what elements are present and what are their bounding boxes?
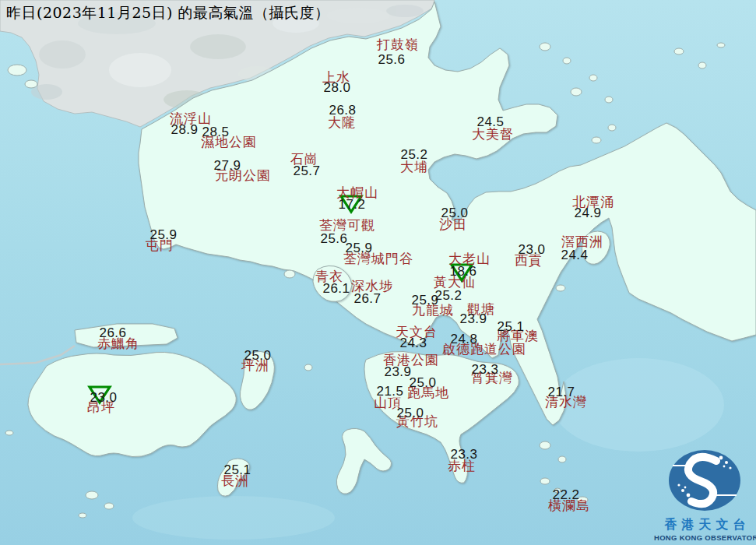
station-value: 22.2 [552, 487, 579, 503]
station-value: 25.6 [320, 231, 347, 247]
station-value: 27.9 [213, 158, 241, 174]
station-value: 25.0 [441, 206, 468, 221]
station-value: 24.3 [399, 336, 427, 351]
map-title: 昨日(2023年11月25日) 的最高氣溫（攝氏度） [6, 3, 330, 23]
station-value: 23.0 [90, 390, 117, 406]
station-value: 25.2 [400, 147, 427, 163]
station-value: 18.6 [449, 264, 476, 280]
sea-highlight [132, 496, 335, 540]
station-value: 24.8 [450, 332, 477, 347]
station-label: 打鼓嶺 [377, 36, 419, 54]
hong-kong-map [0, 0, 756, 545]
station-value: 25.6 [378, 52, 405, 68]
station-value: 25.0 [396, 406, 424, 421]
station-value: 24.4 [561, 248, 588, 263]
station-value: 28.5 [202, 125, 229, 140]
station-value: 25.1 [223, 462, 251, 478]
station-value: 26.8 [329, 103, 356, 118]
hko-logo-icon [654, 442, 756, 512]
station-value: 26.7 [353, 291, 381, 307]
station-value: 21.7 [547, 385, 575, 400]
station-value: 21.5 [376, 384, 403, 399]
hko-logo-english: HONG KONG OBSERVATORY [654, 533, 756, 542]
station-value: 23.3 [471, 362, 498, 378]
station-value: 23.3 [450, 447, 477, 462]
station-value: 25.0 [244, 348, 271, 364]
station-value: 26.1 [322, 281, 350, 297]
station-value: 23.0 [518, 242, 545, 258]
deep-bay-islet [25, 80, 37, 88]
hko-logo-chinese: 香港天文台 [654, 517, 756, 533]
hko-logo: 香港天文台 HONG KONG OBSERVATORY [654, 442, 756, 545]
station-value: 28.9 [171, 122, 198, 138]
station-value: 25.9 [149, 227, 177, 243]
station-value: 25.2 [434, 288, 462, 304]
station-value: 25.0 [409, 375, 436, 391]
hko-temperature-map: 昨日(2023年11月25日) 的最高氣溫（攝氏度） 打鼓嶺25.6上水28.0… [0, 0, 756, 545]
station-value: 23.9 [384, 364, 411, 380]
station-value: 25.9 [345, 241, 372, 256]
station-value: 25.7 [293, 164, 320, 179]
station-value: 25.1 [497, 319, 524, 335]
station-value: 28.0 [323, 80, 350, 96]
station-value: 23.9 [459, 311, 487, 327]
station-value: 25.9 [411, 293, 438, 308]
station-value: 24.5 [476, 114, 504, 130]
station-value: 26.6 [99, 325, 126, 341]
deep-bay-islet [8, 65, 26, 76]
station-value: 24.9 [574, 206, 601, 221]
station-value: 17.2 [338, 197, 365, 213]
